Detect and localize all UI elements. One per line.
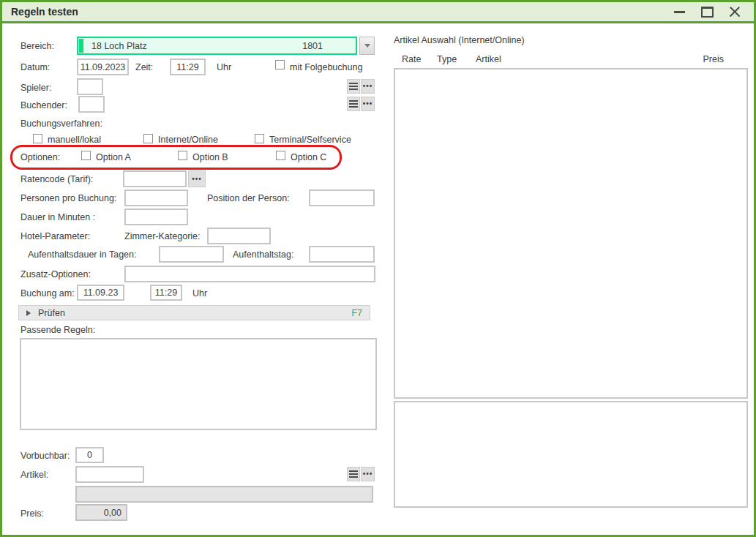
preis-field	[75, 504, 127, 521]
titlebar: Regeln testen	[2, 2, 754, 23]
checkbox-option-c-label: Option C	[291, 152, 326, 162]
minimize-icon	[674, 11, 685, 13]
window-controls	[672, 4, 745, 19]
passende-regeln-listbox[interactable]	[20, 338, 377, 430]
checkbox-option-b[interactable]	[178, 151, 187, 160]
column-header-rate: Rate	[402, 54, 421, 64]
artikel-input[interactable]	[75, 466, 144, 483]
window: Regeln testen Bereich: 18 Loch Platz 180…	[0, 0, 756, 537]
vorbuchbar-label: Vorbuchbar:	[20, 451, 70, 461]
ellipsis-icon: •••	[363, 470, 373, 478]
checkbox-terminal-selfservice[interactable]	[255, 134, 264, 143]
ratencode-label: Ratencode (Tarif):	[20, 174, 93, 184]
list-icon	[349, 83, 358, 90]
pruefen-label: Prüfen	[38, 308, 65, 318]
spieler-ellipsis-button[interactable]: •••	[361, 79, 375, 94]
bereich-label: Bereich:	[20, 41, 54, 51]
personen-pro-buchung-input[interactable]	[124, 189, 188, 206]
maximize-icon	[701, 7, 714, 18]
buchender-ellipsis-button[interactable]: •••	[361, 97, 375, 111]
artikel-detail-listbox[interactable]	[394, 401, 748, 508]
checkbox-option-a[interactable]	[81, 151, 91, 160]
close-button[interactable]	[727, 4, 742, 19]
artikel-list-button[interactable]	[347, 467, 360, 481]
bereich-dropdown-button[interactable]	[359, 37, 375, 55]
checkbox-terminal-selfservice-label: Terminal/Selfservice	[269, 135, 351, 145]
aufenthaltsdauer-label: Aufenthaltsdauer in Tagen:	[28, 249, 137, 260]
checkbox-manuell-lokal[interactable]	[33, 134, 42, 143]
artikel-auswahl-listbox[interactable]	[394, 68, 748, 399]
column-header-type: Type	[437, 54, 457, 64]
checkbox-internet-online-label: Internet/Online	[158, 135, 218, 145]
bereich-combobox[interactable]: 18 Loch Platz 1801	[77, 37, 357, 55]
zeit-label: Zeit:	[135, 62, 153, 72]
checkbox-option-b-label: Option B	[192, 152, 228, 162]
spieler-input[interactable]	[77, 78, 103, 95]
buchung-am-datum-input[interactable]	[77, 285, 124, 301]
folgebuchung-label: mit Folgebuchung	[290, 62, 362, 72]
uhr-label: Uhr	[217, 62, 231, 72]
ellipsis-icon: •••	[363, 83, 373, 90]
dauer-in-minuten-label: Dauer in Minuten :	[20, 212, 95, 222]
pruefen-shortcut: F7	[351, 308, 362, 318]
artikel-ellipsis-button[interactable]: •••	[361, 467, 375, 481]
vorbuchbar-input[interactable]	[75, 447, 104, 463]
list-icon	[349, 470, 358, 478]
ratencode-ellipsis-button[interactable]: •••	[188, 170, 206, 187]
buchender-input[interactable]	[78, 96, 105, 113]
bereich-selection-strip	[79, 39, 83, 53]
checkbox-internet-online[interactable]	[143, 134, 153, 143]
maximize-button[interactable]	[700, 4, 714, 19]
zusatz-optionen-input[interactable]	[124, 266, 375, 282]
play-icon	[26, 310, 31, 316]
optionen-label: Optionen:	[20, 152, 60, 162]
list-icon	[349, 100, 358, 108]
window-title: Regeln testen	[11, 6, 78, 18]
bereich-value: 18 Loch Platz	[91, 41, 147, 51]
aufenthaltstag-label: Aufenthaltstag:	[233, 249, 293, 260]
buchungsverfahren-label: Buchungsverfahren:	[20, 119, 102, 129]
aufenthaltsdauer-input[interactable]	[159, 246, 224, 263]
spieler-list-button[interactable]	[347, 79, 360, 94]
buchung-am-uhr-label: Uhr	[192, 288, 207, 298]
folgebuchung-checkbox[interactable]	[275, 60, 285, 70]
pruefen-button[interactable]: Prüfen F7	[18, 305, 370, 320]
personen-pro-buchung-label: Personen pro Buchung:	[20, 193, 116, 203]
artikel-detail-field	[75, 486, 373, 503]
checkbox-manuell-lokal-label: manuell/lokal	[48, 135, 101, 145]
column-header-preis: Preis	[695, 54, 724, 64]
ratencode-input[interactable]	[123, 170, 187, 187]
aufenthaltstag-input[interactable]	[309, 246, 375, 263]
position-der-person-input[interactable]	[309, 189, 375, 206]
buchender-list-button[interactable]	[347, 97, 360, 111]
datum-label: Datum:	[20, 62, 50, 72]
column-header-artikel: Artikel	[476, 54, 501, 64]
dauer-in-minuten-input[interactable]	[124, 209, 188, 225]
hotel-parameter-label: Hotel-Parameter:	[20, 231, 90, 241]
chevron-down-icon	[364, 44, 370, 48]
buchung-am-label: Buchung am:	[20, 288, 75, 298]
preis-label: Preis:	[20, 508, 44, 519]
dialog-content: Bereich: 18 Loch Platz 1801 Datum: Zeit:…	[2, 23, 754, 535]
datum-input[interactable]	[77, 59, 129, 75]
artikel-auswahl-title: Artikel Auswahl (Internet/Online)	[394, 35, 525, 45]
ellipsis-icon: •••	[192, 176, 202, 183]
close-icon	[729, 6, 741, 18]
zeit-input[interactable]	[170, 59, 206, 75]
zimmer-kategorie-label: Zimmer-Kategorie:	[124, 231, 201, 241]
checkbox-option-c[interactable]	[276, 151, 285, 160]
buchung-am-zeit-input[interactable]	[150, 285, 182, 301]
spieler-label: Spieler:	[20, 83, 51, 93]
artikel-label: Artikel:	[20, 470, 48, 480]
zimmer-kategorie-input[interactable]	[207, 228, 271, 244]
buchender-label: Buchender:	[20, 100, 67, 110]
zusatz-optionen-label: Zusatz-Optionen:	[20, 269, 91, 279]
checkbox-option-a-label: Option A	[96, 152, 131, 162]
minimize-button[interactable]	[672, 4, 686, 19]
bereich-code: 1801	[302, 41, 323, 51]
ellipsis-icon: •••	[363, 100, 373, 108]
passende-regeln-label: Passende Regeln:	[20, 325, 95, 335]
position-der-person-label: Position der Person:	[207, 193, 290, 203]
